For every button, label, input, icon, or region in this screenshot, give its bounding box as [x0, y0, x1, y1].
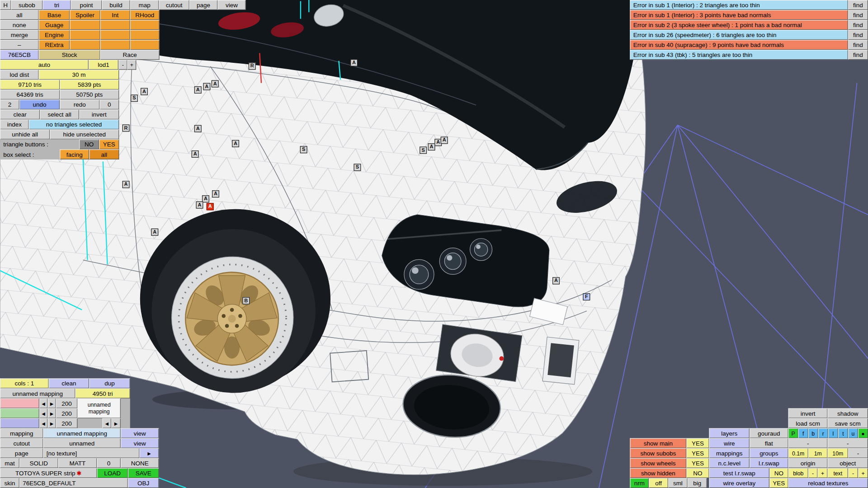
mat-none-button[interactable]: NONE	[121, 458, 159, 468]
stock-button[interactable]: Stock	[39, 50, 100, 60]
page-row-label[interactable]: page	[0, 448, 43, 458]
race-button[interactable]: Race	[100, 50, 160, 60]
subobject-filter-all[interactable]: all	[0, 10, 39, 20]
invert-button[interactable]: invert	[788, 408, 828, 418]
mat-row-label[interactable]: mat	[0, 458, 19, 468]
show-hidden-label[interactable]: show hidden	[630, 468, 686, 478]
show-main-toggle[interactable]: YES	[686, 438, 709, 448]
nrm-big-button[interactable]: big	[688, 478, 707, 488]
subobject-slot-empty[interactable]	[70, 20, 100, 30]
text-plus-button[interactable]: +	[858, 468, 868, 478]
error-row[interactable]: Error in sub 2 (3 spoke steer wheel) : 1…	[630, 20, 848, 30]
viewport-marker-A[interactable]: A	[151, 229, 158, 236]
skin-row-label[interactable]: skin	[0, 478, 19, 488]
mat-matt-button[interactable]: MATT	[58, 458, 97, 468]
subobject-slot-empty[interactable]	[130, 30, 160, 40]
save-scm-button[interactable]: save scm	[828, 418, 868, 428]
error-find-button[interactable]: find	[848, 20, 868, 30]
show-wheels-toggle[interactable]: YES	[686, 458, 709, 468]
show-wheels-label[interactable]: show wheels	[630, 458, 686, 468]
viewport-marker-A[interactable]: A	[552, 277, 560, 284]
layer-toggle-P[interactable]: P	[788, 428, 798, 438]
select-all-button[interactable]: select all	[40, 109, 79, 119]
viewport-marker-A[interactable]: A	[212, 80, 219, 88]
subobject-spoiler[interactable]: Spoiler	[70, 10, 100, 20]
wire-overlay-toggle[interactable]: YES	[769, 478, 788, 488]
triangle-buttons-yes[interactable]: YES	[99, 140, 119, 150]
viewport-marker-A[interactable]: A	[441, 136, 448, 144]
blob-minus-button[interactable]: -	[808, 468, 818, 478]
text-button[interactable]: text	[828, 468, 848, 478]
unhide-all-button[interactable]: unhide all	[0, 130, 50, 140]
hide-unselected-button[interactable]: hide unselected	[50, 130, 119, 140]
obj-button[interactable]: OBJ	[128, 478, 159, 488]
show-subobs-label[interactable]: show subobs	[630, 448, 686, 458]
strip-name[interactable]: TOTOYA SUPER strip✱	[0, 468, 97, 478]
subobject-slot-empty[interactable]	[130, 40, 160, 50]
viewport-marker-A[interactable]: A	[350, 59, 358, 66]
viewport-marker-F[interactable]: F	[583, 293, 590, 300]
viewport-marker-B[interactable]: B	[242, 297, 250, 305]
menu-tab-subob[interactable]: subob	[11, 0, 42, 10]
viewport-marker-A[interactable]: A	[207, 203, 214, 210]
viewport-marker-A[interactable]: A	[192, 150, 199, 158]
box-select-all[interactable]: all	[89, 150, 119, 160]
menu-tab-build[interactable]: build	[102, 0, 130, 10]
lod-plus-button[interactable]: +	[127, 60, 137, 70]
grid-scale-10m[interactable]: 10m	[828, 448, 848, 458]
lod1-button[interactable]: lod1	[89, 60, 118, 70]
show-hidden-toggle[interactable]: NO	[686, 468, 709, 478]
box-select-facing[interactable]: facing	[60, 150, 89, 160]
viewport-3d[interactable]	[0, 0, 868, 488]
error-find-button[interactable]: find	[848, 30, 868, 40]
grid-scale-1m[interactable]: 1m	[808, 448, 828, 458]
wire-overlay-button[interactable]: wire overlay	[709, 478, 769, 488]
mapping-name[interactable]: unnamed mapping	[0, 389, 75, 399]
mapping-prev-arrow[interactable]: ◄	[103, 418, 112, 428]
channel-value[interactable]: 200	[56, 399, 78, 408]
layer-toggle-l[interactable]: l	[828, 428, 838, 438]
viewport-marker-A[interactable]: A	[196, 202, 203, 209]
subobject-guage[interactable]: Guage	[39, 20, 70, 30]
channel-right-arrow[interactable]: ►	[47, 418, 56, 428]
dup-button[interactable]: dup	[89, 379, 130, 389]
subobject-filter-none[interactable]: none	[0, 20, 39, 30]
menu-tab-point[interactable]: point	[71, 0, 102, 10]
reload-textures-button[interactable]: reload textures	[788, 478, 868, 488]
layer-toggle-r[interactable]: r	[818, 428, 828, 438]
mat-solid-button[interactable]: SOLID	[19, 458, 58, 468]
channel-left-arrow[interactable]: ◄	[39, 418, 47, 428]
viewport-marker-A[interactable]: A	[194, 86, 202, 94]
viewport-marker-R[interactable]: R	[123, 125, 130, 132]
blob-plus-button[interactable]: +	[818, 468, 828, 478]
lod-dist-value[interactable]: 30 m	[39, 70, 119, 80]
subobject-dash[interactable]: –	[0, 40, 39, 50]
viewport-marker-R[interactable]: R	[249, 62, 256, 70]
channel-left-arrow[interactable]: ◄	[39, 408, 47, 418]
triangle-buttons-no[interactable]: NO	[79, 140, 99, 150]
layer-toggle-f[interactable]: f	[798, 428, 808, 438]
subobject-engine[interactable]: Engine	[39, 30, 70, 40]
blob-button[interactable]: blob	[788, 468, 808, 478]
cutout-row-value[interactable]: unnamed	[43, 438, 121, 448]
dash-button[interactable]: -	[788, 438, 828, 448]
mat-value[interactable]: 0	[97, 458, 121, 468]
nrm-sml-button[interactable]: sml	[668, 478, 688, 488]
channel-left-arrow[interactable]: ◄	[39, 399, 47, 408]
subobject-merge[interactable]: merge	[0, 30, 39, 40]
groups-button[interactable]: groups	[750, 448, 788, 458]
channel-right-arrow[interactable]: ►	[47, 408, 56, 418]
show-main-label[interactable]: show main	[630, 438, 686, 448]
error-find-button[interactable]: find	[848, 0, 868, 10]
menu-tab-tri[interactable]: tri	[42, 0, 71, 10]
cutout-row-label[interactable]: cutout	[0, 438, 43, 448]
invert-selection-button[interactable]: invert	[79, 109, 119, 119]
layer-toggle-u[interactable]: u	[848, 428, 858, 438]
subobject-slot-empty[interactable]	[130, 20, 160, 30]
text-minus-button[interactable]: -	[848, 468, 858, 478]
subobject-slot-empty[interactable]	[100, 20, 130, 30]
nrm-button[interactable]: nrm	[630, 478, 649, 488]
nrm-off-button[interactable]: off	[649, 478, 668, 488]
load-scm-button[interactable]: load scm	[788, 418, 828, 428]
subobject-slot-empty[interactable]	[70, 30, 100, 40]
